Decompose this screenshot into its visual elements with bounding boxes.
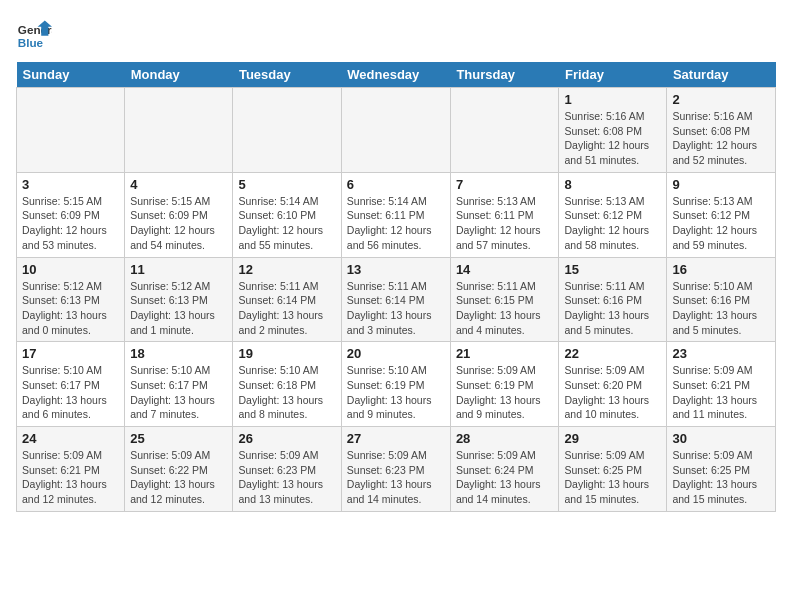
day-cell bbox=[341, 88, 450, 173]
day-cell: 6Sunrise: 5:14 AM Sunset: 6:11 PM Daylig… bbox=[341, 172, 450, 257]
day-cell: 13Sunrise: 5:11 AM Sunset: 6:14 PM Dayli… bbox=[341, 257, 450, 342]
day-cell: 10Sunrise: 5:12 AM Sunset: 6:13 PM Dayli… bbox=[17, 257, 125, 342]
day-cell: 2Sunrise: 5:16 AM Sunset: 6:08 PM Daylig… bbox=[667, 88, 776, 173]
day-info: Sunrise: 5:12 AM Sunset: 6:13 PM Dayligh… bbox=[22, 279, 119, 338]
day-info: Sunrise: 5:09 AM Sunset: 6:25 PM Dayligh… bbox=[564, 448, 661, 507]
day-cell: 7Sunrise: 5:13 AM Sunset: 6:11 PM Daylig… bbox=[450, 172, 559, 257]
day-cell: 17Sunrise: 5:10 AM Sunset: 6:17 PM Dayli… bbox=[17, 342, 125, 427]
day-number: 5 bbox=[238, 177, 335, 192]
day-cell: 20Sunrise: 5:10 AM Sunset: 6:19 PM Dayli… bbox=[341, 342, 450, 427]
day-info: Sunrise: 5:10 AM Sunset: 6:19 PM Dayligh… bbox=[347, 363, 445, 422]
day-cell: 23Sunrise: 5:09 AM Sunset: 6:21 PM Dayli… bbox=[667, 342, 776, 427]
day-cell: 21Sunrise: 5:09 AM Sunset: 6:19 PM Dayli… bbox=[450, 342, 559, 427]
day-number: 3 bbox=[22, 177, 119, 192]
svg-text:Blue: Blue bbox=[18, 36, 44, 49]
day-info: Sunrise: 5:09 AM Sunset: 6:19 PM Dayligh… bbox=[456, 363, 554, 422]
day-number: 1 bbox=[564, 92, 661, 107]
weekday-wednesday: Wednesday bbox=[341, 62, 450, 88]
day-info: Sunrise: 5:09 AM Sunset: 6:24 PM Dayligh… bbox=[456, 448, 554, 507]
day-cell: 9Sunrise: 5:13 AM Sunset: 6:12 PM Daylig… bbox=[667, 172, 776, 257]
day-cell: 25Sunrise: 5:09 AM Sunset: 6:22 PM Dayli… bbox=[125, 427, 233, 512]
weekday-header-row: SundayMondayTuesdayWednesdayThursdayFrid… bbox=[17, 62, 776, 88]
day-number: 7 bbox=[456, 177, 554, 192]
calendar-table: SundayMondayTuesdayWednesdayThursdayFrid… bbox=[16, 62, 776, 512]
day-info: Sunrise: 5:09 AM Sunset: 6:25 PM Dayligh… bbox=[672, 448, 770, 507]
weekday-friday: Friday bbox=[559, 62, 667, 88]
day-number: 16 bbox=[672, 262, 770, 277]
day-number: 27 bbox=[347, 431, 445, 446]
day-cell: 4Sunrise: 5:15 AM Sunset: 6:09 PM Daylig… bbox=[125, 172, 233, 257]
day-number: 2 bbox=[672, 92, 770, 107]
weekday-tuesday: Tuesday bbox=[233, 62, 341, 88]
day-info: Sunrise: 5:09 AM Sunset: 6:22 PM Dayligh… bbox=[130, 448, 227, 507]
day-cell: 16Sunrise: 5:10 AM Sunset: 6:16 PM Dayli… bbox=[667, 257, 776, 342]
day-number: 9 bbox=[672, 177, 770, 192]
day-number: 23 bbox=[672, 346, 770, 361]
day-cell bbox=[17, 88, 125, 173]
day-info: Sunrise: 5:11 AM Sunset: 6:16 PM Dayligh… bbox=[564, 279, 661, 338]
day-cell bbox=[125, 88, 233, 173]
week-row-5: 24Sunrise: 5:09 AM Sunset: 6:21 PM Dayli… bbox=[17, 427, 776, 512]
weekday-saturday: Saturday bbox=[667, 62, 776, 88]
day-number: 13 bbox=[347, 262, 445, 277]
day-cell: 30Sunrise: 5:09 AM Sunset: 6:25 PM Dayli… bbox=[667, 427, 776, 512]
day-info: Sunrise: 5:15 AM Sunset: 6:09 PM Dayligh… bbox=[130, 194, 227, 253]
day-number: 22 bbox=[564, 346, 661, 361]
day-cell: 5Sunrise: 5:14 AM Sunset: 6:10 PM Daylig… bbox=[233, 172, 341, 257]
day-info: Sunrise: 5:10 AM Sunset: 6:17 PM Dayligh… bbox=[22, 363, 119, 422]
day-info: Sunrise: 5:11 AM Sunset: 6:14 PM Dayligh… bbox=[238, 279, 335, 338]
day-info: Sunrise: 5:13 AM Sunset: 6:11 PM Dayligh… bbox=[456, 194, 554, 253]
day-number: 17 bbox=[22, 346, 119, 361]
day-number: 4 bbox=[130, 177, 227, 192]
weekday-sunday: Sunday bbox=[17, 62, 125, 88]
day-number: 24 bbox=[22, 431, 119, 446]
day-cell: 11Sunrise: 5:12 AM Sunset: 6:13 PM Dayli… bbox=[125, 257, 233, 342]
day-info: Sunrise: 5:10 AM Sunset: 6:18 PM Dayligh… bbox=[238, 363, 335, 422]
day-number: 15 bbox=[564, 262, 661, 277]
day-info: Sunrise: 5:11 AM Sunset: 6:15 PM Dayligh… bbox=[456, 279, 554, 338]
day-number: 14 bbox=[456, 262, 554, 277]
logo-icon: General Blue bbox=[16, 16, 52, 52]
day-info: Sunrise: 5:10 AM Sunset: 6:16 PM Dayligh… bbox=[672, 279, 770, 338]
day-number: 8 bbox=[564, 177, 661, 192]
day-number: 20 bbox=[347, 346, 445, 361]
day-info: Sunrise: 5:09 AM Sunset: 6:23 PM Dayligh… bbox=[238, 448, 335, 507]
week-row-1: 1Sunrise: 5:16 AM Sunset: 6:08 PM Daylig… bbox=[17, 88, 776, 173]
day-number: 25 bbox=[130, 431, 227, 446]
day-info: Sunrise: 5:16 AM Sunset: 6:08 PM Dayligh… bbox=[564, 109, 661, 168]
day-number: 6 bbox=[347, 177, 445, 192]
week-row-2: 3Sunrise: 5:15 AM Sunset: 6:09 PM Daylig… bbox=[17, 172, 776, 257]
day-cell bbox=[450, 88, 559, 173]
day-number: 19 bbox=[238, 346, 335, 361]
day-number: 10 bbox=[22, 262, 119, 277]
day-number: 29 bbox=[564, 431, 661, 446]
day-info: Sunrise: 5:09 AM Sunset: 6:20 PM Dayligh… bbox=[564, 363, 661, 422]
day-cell: 19Sunrise: 5:10 AM Sunset: 6:18 PM Dayli… bbox=[233, 342, 341, 427]
day-cell: 8Sunrise: 5:13 AM Sunset: 6:12 PM Daylig… bbox=[559, 172, 667, 257]
day-cell: 1Sunrise: 5:16 AM Sunset: 6:08 PM Daylig… bbox=[559, 88, 667, 173]
day-cell: 18Sunrise: 5:10 AM Sunset: 6:17 PM Dayli… bbox=[125, 342, 233, 427]
day-number: 18 bbox=[130, 346, 227, 361]
day-cell: 27Sunrise: 5:09 AM Sunset: 6:23 PM Dayli… bbox=[341, 427, 450, 512]
day-cell: 3Sunrise: 5:15 AM Sunset: 6:09 PM Daylig… bbox=[17, 172, 125, 257]
day-info: Sunrise: 5:14 AM Sunset: 6:11 PM Dayligh… bbox=[347, 194, 445, 253]
day-cell: 15Sunrise: 5:11 AM Sunset: 6:16 PM Dayli… bbox=[559, 257, 667, 342]
day-info: Sunrise: 5:15 AM Sunset: 6:09 PM Dayligh… bbox=[22, 194, 119, 253]
day-number: 12 bbox=[238, 262, 335, 277]
day-info: Sunrise: 5:09 AM Sunset: 6:21 PM Dayligh… bbox=[22, 448, 119, 507]
day-info: Sunrise: 5:11 AM Sunset: 6:14 PM Dayligh… bbox=[347, 279, 445, 338]
day-cell: 29Sunrise: 5:09 AM Sunset: 6:25 PM Dayli… bbox=[559, 427, 667, 512]
day-info: Sunrise: 5:13 AM Sunset: 6:12 PM Dayligh… bbox=[672, 194, 770, 253]
header: General Blue bbox=[16, 16, 776, 52]
week-row-4: 17Sunrise: 5:10 AM Sunset: 6:17 PM Dayli… bbox=[17, 342, 776, 427]
day-number: 28 bbox=[456, 431, 554, 446]
day-number: 11 bbox=[130, 262, 227, 277]
day-cell bbox=[233, 88, 341, 173]
day-info: Sunrise: 5:10 AM Sunset: 6:17 PM Dayligh… bbox=[130, 363, 227, 422]
day-number: 30 bbox=[672, 431, 770, 446]
weekday-monday: Monday bbox=[125, 62, 233, 88]
day-cell: 12Sunrise: 5:11 AM Sunset: 6:14 PM Dayli… bbox=[233, 257, 341, 342]
day-cell: 22Sunrise: 5:09 AM Sunset: 6:20 PM Dayli… bbox=[559, 342, 667, 427]
day-info: Sunrise: 5:09 AM Sunset: 6:21 PM Dayligh… bbox=[672, 363, 770, 422]
day-info: Sunrise: 5:13 AM Sunset: 6:12 PM Dayligh… bbox=[564, 194, 661, 253]
